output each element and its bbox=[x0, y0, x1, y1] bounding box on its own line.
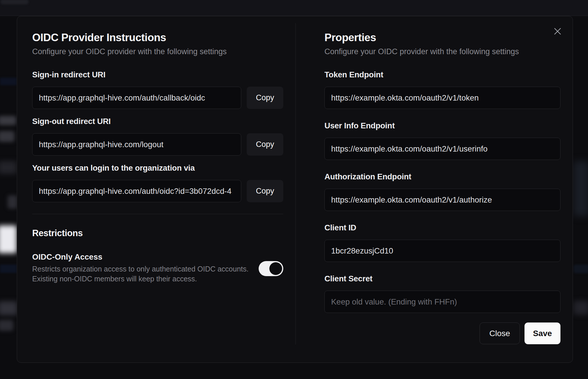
save-button[interactable]: Save bbox=[525, 322, 560, 344]
token-endpoint-input[interactable] bbox=[324, 87, 560, 109]
field-label: Sign-in redirect URI bbox=[32, 70, 283, 80]
userinfo-endpoint-input[interactable] bbox=[324, 138, 560, 160]
copy-button[interactable]: Copy bbox=[247, 133, 283, 156]
background-ghost-text bbox=[0, 116, 16, 125]
organization-login-url-input[interactable] bbox=[32, 180, 241, 202]
instructions-column: OIDC Provider Instructions Configure you… bbox=[17, 16, 295, 362]
field-signout-redirect: Sign-out redirect URI Copy bbox=[32, 116, 283, 156]
field-login-url: Your users can login to the organization… bbox=[32, 163, 283, 202]
background-ghost-text bbox=[8, 195, 17, 209]
modal-actions: Close Save bbox=[324, 322, 560, 344]
client-id-input[interactable] bbox=[324, 240, 560, 262]
background-ghost-text bbox=[0, 131, 14, 142]
toggle-knob bbox=[269, 262, 282, 275]
restrictions-title: Restrictions bbox=[32, 227, 283, 239]
client-secret-input[interactable] bbox=[324, 291, 560, 313]
field-label: Your users can login to the organization… bbox=[32, 163, 283, 173]
field-label: Authorization Endpoint bbox=[324, 172, 560, 182]
background-ghost-text bbox=[574, 301, 588, 315]
field-label: Sign-out redirect URI bbox=[32, 116, 283, 127]
field-userinfo-endpoint: User Info Endpoint bbox=[324, 121, 560, 160]
field-token-endpoint: Token Endpoint bbox=[324, 70, 560, 109]
field-label: User Info Endpoint bbox=[324, 121, 560, 131]
oidc-only-access-row: OIDC-Only Access Restricts organization … bbox=[32, 252, 283, 284]
signout-redirect-uri-input[interactable] bbox=[32, 133, 241, 156]
oidc-only-access-description: Restricts organization access to only au… bbox=[32, 264, 259, 284]
instructions-subtitle: Configure your OIDC provider with the fo… bbox=[32, 46, 283, 57]
properties-subtitle: Configure your OIDC provider with the fo… bbox=[324, 46, 560, 57]
authorization-endpoint-input[interactable] bbox=[324, 189, 560, 211]
field-client-id: Client ID bbox=[324, 223, 560, 262]
signin-redirect-uri-input[interactable] bbox=[32, 87, 241, 109]
background-ghost-right bbox=[574, 161, 588, 216]
close-button[interactable]: Close bbox=[480, 322, 520, 344]
oidc-only-access-label: OIDC-Only Access bbox=[32, 252, 259, 262]
background-header-bar bbox=[0, 0, 588, 16]
section-divider bbox=[32, 214, 283, 214]
properties-title: Properties bbox=[324, 31, 560, 44]
field-label: Client Secret bbox=[324, 274, 560, 284]
copy-button[interactable]: Copy bbox=[247, 87, 283, 109]
field-label: Client ID bbox=[324, 223, 560, 233]
background-ghost-text bbox=[0, 161, 17, 174]
background-ghost-button bbox=[0, 225, 17, 253]
background-ghost-toolbar bbox=[1, 0, 28, 4]
field-authorization-endpoint: Authorization Endpoint bbox=[324, 172, 560, 211]
field-signin-redirect: Sign-in redirect URI Copy bbox=[32, 70, 283, 109]
background-ghost-strip bbox=[574, 265, 588, 273]
background-ghost-strip bbox=[0, 78, 17, 85]
field-client-secret: Client Secret bbox=[324, 274, 560, 313]
background-ghost-strip bbox=[0, 265, 17, 273]
instructions-title: OIDC Provider Instructions bbox=[32, 31, 283, 44]
oidc-settings-modal: OIDC Provider Instructions Configure you… bbox=[17, 16, 573, 363]
oidc-only-access-toggle[interactable] bbox=[259, 261, 283, 276]
background-ghost-text bbox=[0, 301, 17, 315]
properties-column: Properties Configure your OIDC provider … bbox=[295, 16, 573, 362]
copy-button[interactable]: Copy bbox=[247, 180, 283, 202]
background-ghost-text bbox=[0, 320, 13, 331]
field-label: Token Endpoint bbox=[324, 70, 560, 80]
